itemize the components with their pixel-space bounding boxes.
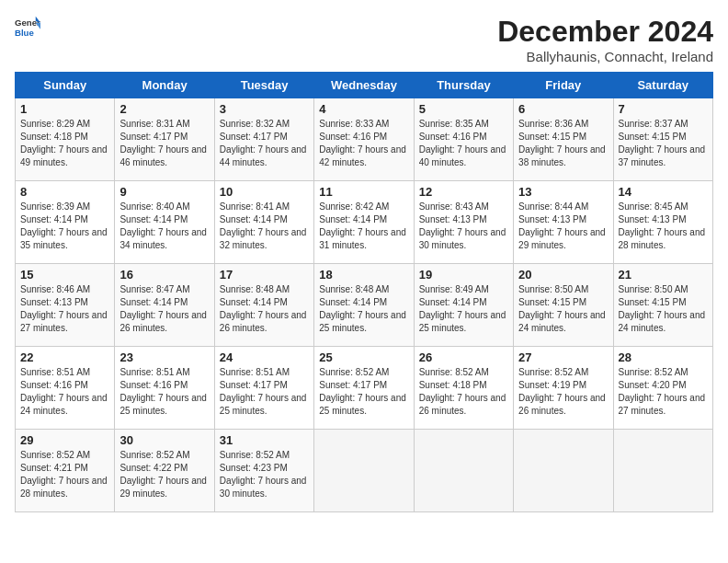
header-tuesday: Tuesday [214, 73, 313, 98]
header-wednesday: Wednesday [314, 73, 414, 98]
day-number: 19 [419, 268, 508, 282]
header-saturday: Saturday [613, 73, 712, 98]
calendar-cell: 7 Sunrise: 8:37 AM Sunset: 4:15 PM Dayli… [613, 98, 712, 181]
day-number: 29 [20, 433, 109, 447]
page-header: General Blue December 2024 Ballyhaunis, … [15, 15, 713, 64]
day-number: 2 [119, 102, 209, 116]
calendar-cell: 18 Sunrise: 8:48 AM Sunset: 4:14 PM Dayl… [314, 264, 414, 347]
day-number: 14 [619, 185, 708, 199]
title-block: December 2024 Ballyhaunis, Connacht, Ire… [497, 15, 713, 64]
day-number: 5 [419, 102, 508, 116]
header-thursday: Thursday [414, 73, 513, 98]
day-number: 16 [119, 268, 209, 282]
calendar-cell: 19 Sunrise: 8:49 AM Sunset: 4:14 PM Dayl… [414, 264, 513, 347]
calendar-cell: 24 Sunrise: 8:51 AM Sunset: 4:17 PM Dayl… [214, 347, 313, 430]
calendar-cell: 2 Sunrise: 8:31 AM Sunset: 4:17 PM Dayli… [115, 98, 214, 181]
day-number: 24 [220, 350, 309, 364]
day-info: Sunrise: 8:51 AM Sunset: 4:17 PM Dayligh… [220, 366, 309, 418]
calendar-week-3: 15 Sunrise: 8:46 AM Sunset: 4:13 PM Dayl… [16, 264, 713, 347]
calendar-cell: 20 Sunrise: 8:50 AM Sunset: 4:15 PM Dayl… [514, 264, 613, 347]
day-number: 3 [220, 102, 309, 116]
day-info: Sunrise: 8:33 AM Sunset: 4:16 PM Dayligh… [319, 118, 408, 169]
day-number: 27 [518, 350, 608, 364]
day-info: Sunrise: 8:48 AM Sunset: 4:14 PM Dayligh… [319, 283, 408, 335]
day-number: 17 [220, 268, 309, 282]
weekday-header-row: Sunday Monday Tuesday Wednesday Thursday… [16, 73, 713, 98]
calendar-cell: 16 Sunrise: 8:47 AM Sunset: 4:14 PM Dayl… [115, 264, 214, 347]
day-info: Sunrise: 8:52 AM Sunset: 4:20 PM Dayligh… [619, 366, 708, 418]
calendar-cell: 1 Sunrise: 8:29 AM Sunset: 4:18 PM Dayli… [16, 98, 115, 181]
calendar-cell: 4 Sunrise: 8:33 AM Sunset: 4:16 PM Dayli… [314, 98, 414, 181]
calendar-cell [314, 430, 414, 512]
day-info: Sunrise: 8:51 AM Sunset: 4:16 PM Dayligh… [20, 366, 109, 418]
day-info: Sunrise: 8:47 AM Sunset: 4:14 PM Dayligh… [119, 283, 209, 335]
calendar-week-5: 29 Sunrise: 8:52 AM Sunset: 4:21 PM Dayl… [16, 430, 713, 512]
day-info: Sunrise: 8:43 AM Sunset: 4:13 PM Dayligh… [419, 201, 508, 252]
calendar-cell: 15 Sunrise: 8:46 AM Sunset: 4:13 PM Dayl… [16, 264, 115, 347]
day-number: 31 [220, 433, 309, 447]
calendar-cell: 5 Sunrise: 8:35 AM Sunset: 4:16 PM Dayli… [414, 98, 513, 181]
day-number: 18 [319, 268, 408, 282]
day-info: Sunrise: 8:50 AM Sunset: 4:15 PM Dayligh… [518, 283, 608, 335]
day-number: 7 [619, 102, 708, 116]
day-info: Sunrise: 8:35 AM Sunset: 4:16 PM Dayligh… [419, 118, 508, 169]
day-info: Sunrise: 8:32 AM Sunset: 4:17 PM Dayligh… [220, 118, 309, 169]
calendar-cell: 22 Sunrise: 8:51 AM Sunset: 4:16 PM Dayl… [16, 347, 115, 430]
location-title: Ballyhaunis, Connacht, Ireland [497, 49, 713, 64]
day-info: Sunrise: 8:29 AM Sunset: 4:18 PM Dayligh… [20, 118, 109, 169]
calendar-cell: 28 Sunrise: 8:52 AM Sunset: 4:20 PM Dayl… [613, 347, 712, 430]
calendar-cell: 14 Sunrise: 8:45 AM Sunset: 4:13 PM Dayl… [613, 181, 712, 264]
day-number: 1 [20, 102, 109, 116]
header-friday: Friday [514, 73, 613, 98]
calendar-week-4: 22 Sunrise: 8:51 AM Sunset: 4:16 PM Dayl… [16, 347, 713, 430]
day-number: 15 [20, 268, 109, 282]
calendar-cell: 27 Sunrise: 8:52 AM Sunset: 4:19 PM Dayl… [514, 347, 613, 430]
day-number: 8 [20, 185, 109, 199]
logo-icon: General Blue [15, 15, 40, 40]
day-info: Sunrise: 8:48 AM Sunset: 4:14 PM Dayligh… [220, 283, 309, 335]
day-info: Sunrise: 8:36 AM Sunset: 4:15 PM Dayligh… [518, 118, 608, 169]
header-monday: Monday [115, 73, 214, 98]
day-info: Sunrise: 8:45 AM Sunset: 4:13 PM Dayligh… [619, 201, 708, 252]
day-info: Sunrise: 8:51 AM Sunset: 4:16 PM Dayligh… [119, 366, 209, 418]
calendar-week-1: 1 Sunrise: 8:29 AM Sunset: 4:18 PM Dayli… [16, 98, 713, 181]
day-info: Sunrise: 8:37 AM Sunset: 4:15 PM Dayligh… [619, 118, 708, 169]
day-info: Sunrise: 8:52 AM Sunset: 4:18 PM Dayligh… [419, 366, 508, 418]
day-info: Sunrise: 8:44 AM Sunset: 4:13 PM Dayligh… [518, 201, 608, 252]
calendar-cell [613, 430, 712, 512]
calendar-cell: 25 Sunrise: 8:52 AM Sunset: 4:17 PM Dayl… [314, 347, 414, 430]
day-info: Sunrise: 8:52 AM Sunset: 4:21 PM Dayligh… [20, 449, 109, 500]
calendar-cell: 29 Sunrise: 8:52 AM Sunset: 4:21 PM Dayl… [16, 430, 115, 512]
day-info: Sunrise: 8:52 AM Sunset: 4:23 PM Dayligh… [220, 449, 309, 500]
calendar-cell [514, 430, 613, 512]
day-number: 23 [119, 350, 209, 364]
calendar-cell: 10 Sunrise: 8:41 AM Sunset: 4:14 PM Dayl… [214, 181, 313, 264]
calendar-cell: 30 Sunrise: 8:52 AM Sunset: 4:22 PM Dayl… [115, 430, 214, 512]
calendar-cell: 3 Sunrise: 8:32 AM Sunset: 4:17 PM Dayli… [214, 98, 313, 181]
day-number: 26 [419, 350, 508, 364]
day-info: Sunrise: 8:52 AM Sunset: 4:22 PM Dayligh… [119, 449, 209, 500]
header-sunday: Sunday [16, 73, 115, 98]
day-info: Sunrise: 8:40 AM Sunset: 4:14 PM Dayligh… [119, 201, 209, 252]
day-number: 6 [518, 102, 608, 116]
calendar-week-2: 8 Sunrise: 8:39 AM Sunset: 4:14 PM Dayli… [16, 181, 713, 264]
day-info: Sunrise: 8:46 AM Sunset: 4:13 PM Dayligh… [20, 283, 109, 335]
calendar-cell: 17 Sunrise: 8:48 AM Sunset: 4:14 PM Dayl… [214, 264, 313, 347]
day-number: 12 [419, 185, 508, 199]
calendar-cell: 6 Sunrise: 8:36 AM Sunset: 4:15 PM Dayli… [514, 98, 613, 181]
day-number: 28 [619, 350, 708, 364]
day-number: 10 [220, 185, 309, 199]
day-info: Sunrise: 8:49 AM Sunset: 4:14 PM Dayligh… [419, 283, 508, 335]
day-number: 21 [619, 268, 708, 282]
day-number: 22 [20, 350, 109, 364]
logo: General Blue [15, 15, 40, 40]
calendar-cell [414, 430, 513, 512]
calendar-cell: 8 Sunrise: 8:39 AM Sunset: 4:14 PM Dayli… [16, 181, 115, 264]
day-info: Sunrise: 8:42 AM Sunset: 4:14 PM Dayligh… [319, 201, 408, 252]
day-number: 9 [119, 185, 209, 199]
day-number: 20 [518, 268, 608, 282]
calendar-cell: 31 Sunrise: 8:52 AM Sunset: 4:23 PM Dayl… [214, 430, 313, 512]
calendar-cell: 13 Sunrise: 8:44 AM Sunset: 4:13 PM Dayl… [514, 181, 613, 264]
day-number: 25 [319, 350, 408, 364]
svg-text:Blue: Blue [15, 28, 34, 38]
